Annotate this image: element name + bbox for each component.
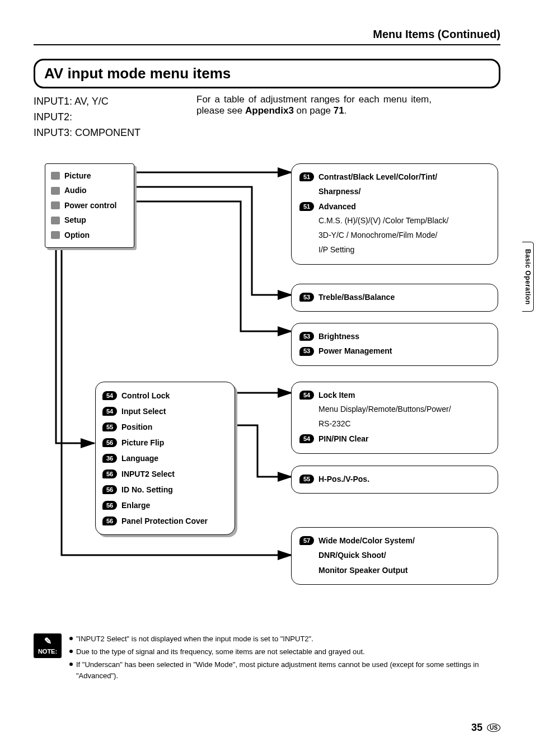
setup-item: 55Position [102,419,228,435]
pin-clear: PIN/PIN Clear [318,431,368,447]
page-ref-badge: 51 [299,202,314,211]
setup-item: 56Panel Protection Cover [102,513,228,529]
power-panel: 53Brightness 53Power Management [291,323,498,366]
menu-label: Option [64,228,90,243]
setup-label: Enlarge [121,497,150,513]
bullet-icon [69,650,73,653]
lock-detail: Menu Display/Remote/Buttons/Power/ [299,402,490,417]
setup-icon [51,217,60,224]
picture-advanced: Advanced [318,199,356,214]
power-icon [51,201,60,209]
pencil-icon: ✎ [44,637,51,646]
bullet-icon [69,663,73,666]
power-management: Power Management [318,344,392,359]
picture-panel: 51Contrast/Black Level/Color/Tint/ Sharp… [291,163,498,265]
page-ref-badge: 56 [102,516,117,525]
note-badge: ✎ NOTE: [34,633,62,658]
picture-detail: C.M.S. (H)/(S)/(V) /Color Temp/Black/ [299,214,490,228]
note-item: "INPUT2 Select" is not displayed when th… [76,633,313,645]
page-header: Menu Items (Continued) [34,28,500,45]
bullet-icon [69,637,73,640]
setup-label: INPUT2 Select [121,466,175,482]
note-label: NOTE: [38,648,57,655]
input3-label: INPUT3: COMPONENT [34,125,140,141]
menu-label: Power control [64,198,116,213]
menu-item-power: Power control [51,198,128,213]
setup-label: Position [121,419,152,435]
desc-appendix: Appendix3 [245,105,294,116]
page-ref-badge: 54 [102,391,117,400]
input2-label: INPUT2: [34,110,140,125]
region-badge: US [487,724,500,732]
setup-item: 54Input Select [102,403,228,419]
main-menu-box: Picture Audio Power control Setup Option [45,163,134,248]
page-ref-badge: 56 [102,438,117,447]
picture-detail: 3D-Y/C / Monochrome/Film Mode/ [299,228,490,243]
menu-label: Audio [64,183,87,198]
setup-label: Control Lock [121,388,170,403]
section-side-tab: Basic Operation [522,242,534,312]
page-footer: 35 US [471,722,500,734]
audio-label: Treble/Bass/Balance [318,290,395,305]
picture-icon [51,172,60,180]
input1-label: INPUT1: AV, Y/C [34,94,140,110]
setup-item: 56Enlarge [102,497,228,513]
audio-icon [51,187,60,195]
note-item: Due to the type of signal and its freque… [76,646,365,658]
page-ref-badge: 36 [102,454,117,463]
desc-post: . [344,105,347,116]
picture-detail: I/P Setting [299,243,490,257]
option-line1: Wide Mode/Color System/ [318,533,415,548]
menu-label: Picture [64,168,91,184]
picture-row1b: Sharpness/ [318,184,360,199]
page-number: 35 [471,722,483,734]
option-panel: 57Wide Mode/Color System/ DNR/Quick Shoo… [291,527,498,585]
position-panel: 55H-Pos./V-Pos. [291,466,498,494]
page-ref-badge: 54 [299,391,314,400]
option-line2: DNR/Quick Shoot/ [318,548,386,563]
menu-label: Setup [64,213,86,228]
page-ref-badge: 51 [299,172,314,181]
lock-item: Lock Item [318,388,355,403]
note-list: "INPUT2 Select" is not displayed when th… [69,633,500,684]
note-section: ✎ NOTE: "INPUT2 Select" is not displayed… [34,633,500,684]
page-ref-badge: 56 [102,501,117,510]
setup-item: 54Control Lock [102,388,228,403]
input-list: INPUT1: AV, Y/C INPUT2: INPUT3: COMPONEN… [34,94,140,141]
desc-mid: on page [294,105,334,116]
page-ref-badge: 56 [102,485,117,494]
page-ref-badge: 54 [102,407,117,416]
power-brightness: Brightness [318,329,359,344]
option-icon [51,231,60,239]
menu-item-setup: Setup [51,213,128,228]
page-ref-badge: 55 [102,422,117,431]
menu-item-picture: Picture [51,168,128,184]
setup-label: Picture Flip [121,435,164,450]
option-line3: Monitor Speaker Output [318,563,407,578]
menu-item-audio: Audio [51,183,128,198]
note-item: If "Underscan" has been selected in "Wid… [76,659,500,682]
page-ref-badge: 57 [299,536,314,545]
setup-item: 56Picture Flip [102,435,228,450]
menu-item-option: Option [51,228,128,243]
desc-page: 71 [334,105,344,116]
lock-panel: 54Lock Item Menu Display/Remote/Buttons/… [291,382,498,454]
setup-label: ID No. Setting [121,482,173,497]
setup-label: Language [121,450,158,466]
menu-diagram: Picture Audio Power control Setup Option… [34,163,500,600]
setup-item: 56INPUT2 Select [102,466,228,482]
section-title: AV input mode menu items [34,59,500,88]
page-ref-badge: 55 [299,475,314,483]
hpos-vpos: H-Pos./V-Pos. [318,472,369,487]
inputs-row: INPUT1: AV, Y/C INPUT2: INPUT3: COMPONEN… [34,94,500,141]
page-ref-badge: 54 [299,434,314,443]
audio-panel: 53Treble/Bass/Balance [291,284,498,312]
setup-item: 56ID No. Setting [102,482,228,497]
setup-label: Input Select [121,403,166,419]
description-text: For a table of adjustment ranges for eac… [196,94,432,116]
page-ref-badge: 56 [102,469,117,478]
picture-row1: Contrast/Black Level/Color/Tint/ [318,170,437,185]
setup-submenu-box: 54Control Lock 54Input Select 55Position… [95,382,235,535]
page-ref-badge: 53 [299,293,314,302]
page-ref-badge: 53 [299,332,314,341]
